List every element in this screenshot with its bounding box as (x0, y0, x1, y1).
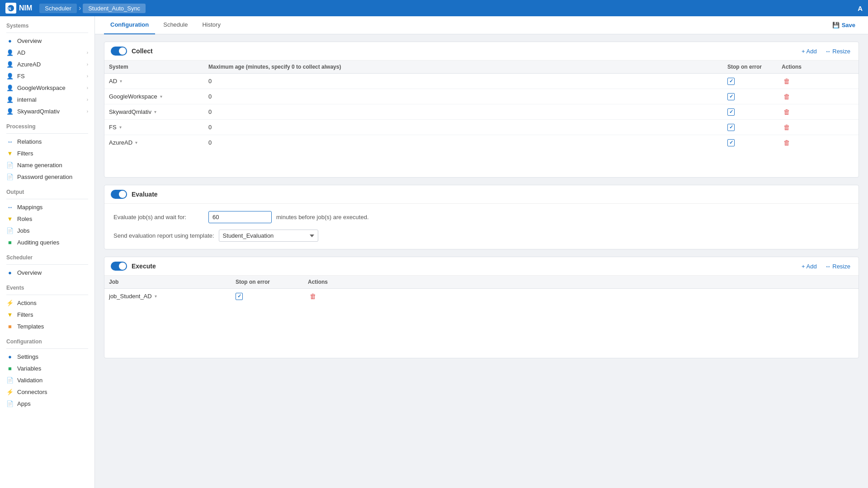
evaluate-toggle[interactable] (111, 190, 127, 199)
breadcrumb-scheduler[interactable]: Scheduler (39, 4, 77, 13)
stop-on-error-checkbox[interactable] (727, 108, 735, 116)
row-expand-arrow[interactable]: ▾ (155, 294, 157, 299)
evaluate-wait-suffix: minutes before job(s) are executed. (276, 214, 369, 221)
evaluate-wait-row: Evaluate job(s) and wait for: minutes be… (113, 211, 849, 223)
delete-button[interactable]: 🗑 (782, 138, 792, 147)
collect-section: Collect + Add ↔ Resize System Maximum ag… (104, 42, 859, 178)
sidebar-item-connectors[interactable]: ⚡ Connectors (0, 386, 94, 398)
doc-icon: 📄 (6, 161, 14, 169)
row-action-cell: 🗑 (777, 135, 822, 150)
users-icon: 👤 (6, 84, 14, 91)
row-action-cell: 🗑 (777, 74, 822, 89)
sidebar-divider (6, 348, 88, 349)
evaluate-template-select[interactable]: Student_Evaluation Default (219, 230, 318, 242)
sidebar-item-skywardqmlativ[interactable]: 👤 SkywardQmlativ › (0, 105, 94, 117)
sidebar-item-filters-proc[interactable]: ▼ Filters (0, 147, 94, 159)
filter-icon: ▼ (6, 150, 14, 157)
sidebar-item-roles[interactable]: ▼ Roles (0, 213, 94, 225)
evaluate-template-label: Send evaluation report using template: (113, 232, 214, 239)
collect-resize-button[interactable]: ↔ Resize (823, 47, 852, 56)
sidebar-item-password-generation[interactable]: 📄 Password generation (0, 171, 94, 183)
row-extra-cell (822, 89, 859, 104)
row-extra-cell (822, 135, 859, 150)
sidebar-item-internal[interactable]: 👤 internal › (0, 94, 94, 105)
collect-add-button[interactable]: + Add (800, 47, 819, 56)
arrows-icon: ↔ (6, 138, 14, 145)
stop-on-error-checkbox[interactable] (727, 78, 735, 85)
col-job: Job (104, 276, 231, 289)
collect-table: System Maximum age (minutes, specify 0 t… (104, 61, 859, 150)
row-expand-arrow[interactable]: ▾ (160, 94, 162, 99)
col-stoponerror: Stop on error (723, 61, 777, 74)
save-button[interactable]: 💾 Save (829, 20, 859, 30)
breadcrumb-current[interactable]: Student_Auto_Sync (83, 4, 146, 13)
execute-table-body: job_Student_AD ▾ 🗑 (104, 289, 859, 304)
evaluate-template-row: Send evaluation report using template: S… (113, 230, 849, 242)
delete-button[interactable]: 🗑 (308, 291, 318, 301)
row-stoponerror-cell (723, 104, 777, 120)
row-maxage-cell: 0 (204, 89, 723, 104)
sidebar-item-validation[interactable]: 📄 Validation (0, 374, 94, 386)
sidebar-item-apps[interactable]: 📄 Apps (0, 398, 94, 409)
delete-button[interactable]: 🗑 (782, 122, 792, 132)
stop-on-error-checkbox[interactable] (727, 93, 735, 100)
delete-button[interactable]: 🗑 (782, 76, 792, 86)
arrow-icon: › (87, 109, 88, 114)
sidebar-item-overview-systems[interactable]: ● Overview (0, 35, 94, 47)
delete-button[interactable]: 🗑 (782, 107, 792, 117)
sidebar-item-settings[interactable]: ● Settings (0, 351, 94, 362)
stop-on-error-checkbox[interactable] (727, 139, 735, 146)
stop-on-error-checkbox[interactable] (236, 293, 243, 300)
table-row: FS ▾ 0 🗑 (104, 120, 859, 135)
sidebar-item-relations[interactable]: ↔ Relations (0, 136, 94, 147)
users-icon: 👤 (6, 61, 14, 68)
circle-icon: ● (6, 37, 14, 44)
square-icon: ■ (6, 323, 14, 330)
filter-icon: ▼ (6, 215, 14, 222)
sidebar-item-googleworkspace[interactable]: 👤 GoogleWorkspace › (0, 82, 94, 94)
row-expand-arrow[interactable]: ▾ (120, 79, 122, 84)
sidebar-item-templates[interactable]: ■ Templates (0, 320, 94, 332)
row-system-cell: FS ▾ (104, 120, 204, 135)
sidebar-item-name-generation[interactable]: 📄 Name generation (0, 159, 94, 171)
sidebar-item-ad[interactable]: 👤 AD › (0, 47, 94, 58)
logo-text: NIM (19, 4, 32, 12)
users-icon: 👤 (6, 49, 14, 56)
table-row: SkywardQmlativ ▾ 0 🗑 (104, 104, 859, 120)
sidebar-item-mappings[interactable]: ↔ Mappings (0, 201, 94, 213)
user-avatar[interactable]: A (858, 5, 863, 12)
sidebar-section-systems: Systems (0, 16, 94, 31)
collect-toggle[interactable] (111, 47, 127, 56)
main-content: Configuration Schedule History 💾 Save Co… (95, 16, 868, 488)
execute-add-button[interactable]: + Add (800, 262, 819, 271)
sidebar-item-actions[interactable]: ⚡ Actions (0, 297, 94, 309)
tab-history[interactable]: History (196, 16, 226, 34)
tab-configuration[interactable]: Configuration (104, 16, 155, 34)
delete-button[interactable]: 🗑 (782, 92, 792, 101)
arrow-icon: › (87, 50, 88, 55)
execute-row-extra-cell (358, 289, 859, 304)
sidebar-item-filters-events[interactable]: ▼ Filters (0, 309, 94, 320)
sidebar-item-variables[interactable]: ■ Variables (0, 362, 94, 374)
sidebar-item-fs[interactable]: 👤 FS › (0, 70, 94, 82)
sidebar-item-auditing-queries[interactable]: ■ Auditing queries (0, 236, 94, 248)
sidebar-divider (6, 199, 88, 199)
sidebar-item-overview-scheduler[interactable]: ● Overview (0, 267, 94, 278)
execute-row-1-job: job_Student_AD (109, 293, 152, 300)
execute-resize-button[interactable]: ↔ Resize (823, 262, 852, 271)
evaluate-wait-input[interactable] (208, 211, 272, 223)
table-row: AzureAD ▾ 0 🗑 (104, 135, 859, 150)
row-expand-arrow[interactable]: ▾ (154, 109, 156, 114)
execute-title: Execute (132, 263, 795, 270)
row-expand-arrow[interactable]: ▾ (119, 125, 122, 130)
sidebar-item-azuread[interactable]: 👤 AzureAD › (0, 58, 94, 70)
app-logo: N NIM (5, 3, 32, 14)
evaluate-section: Evaluate Evaluate job(s) and wait for: m… (104, 185, 859, 249)
row-expand-arrow[interactable]: ▾ (135, 140, 137, 145)
stop-on-error-checkbox[interactable] (727, 124, 735, 131)
tab-schedule[interactable]: Schedule (157, 16, 194, 34)
sidebar-item-jobs[interactable]: 📄 Jobs (0, 225, 94, 236)
execute-toggle[interactable] (111, 262, 127, 271)
table-row: job_Student_AD ▾ 🗑 (104, 289, 859, 304)
col-actions-exec: Actions (303, 276, 358, 289)
